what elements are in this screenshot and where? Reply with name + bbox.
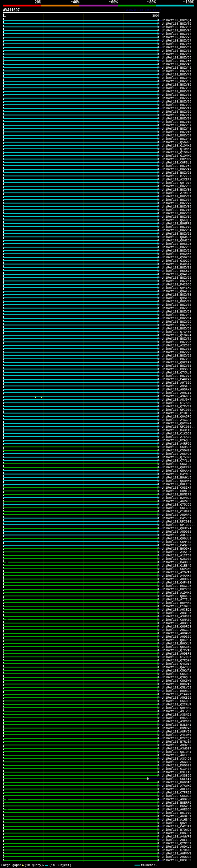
svg-text:UniRef100_B7ZZR2: UniRef100_B7ZZR2 — [162, 175, 192, 178]
svg-text:UniRef100_B0D8U8: UniRef100_B0D8U8 — [162, 689, 192, 693]
svg-text:UniRef100_B8ZV58: UniRef100_B8ZV58 — [162, 134, 192, 137]
svg-text:UniRef100_B8ZV85: UniRef100_B8ZV85 — [162, 364, 192, 368]
svg-text:UniRef100_B9WKL5: UniRef100_B9WKL5 — [162, 476, 192, 479]
svg-text:UniRef100_C7YLL8: UniRef100_C7YLL8 — [162, 459, 192, 463]
svg-text:UniRef100_A5DD88: UniRef100_A5DD88 — [162, 530, 192, 534]
svg-text:UniRef100_C0P3L1: UniRef100_C0P3L1 — [162, 161, 192, 164]
svg-text:UniRef100_Q9SLZ0: UniRef100_Q9SLZ0 — [162, 297, 192, 300]
svg-text:UniRef100_A1CT60: UniRef100_A1CT60 — [162, 554, 192, 557]
svg-text:UniRef100_Q8IDR1: UniRef100_Q8IDR1 — [162, 750, 192, 754]
svg-text:UniRef100_B8ZV65: UniRef100_B8ZV65 — [162, 276, 192, 280]
svg-text:UniRef100_B8ZV79: UniRef100_B8ZV79 — [162, 202, 192, 205]
svg-text:UniRef100_B6Q5H1: UniRef100_B6Q5H1 — [162, 547, 192, 551]
svg-text:UniRef100_B8ZV46: UniRef100_B8ZV46 — [162, 63, 192, 66]
svg-text:UniRef100_Q10NX2: UniRef100_Q10NX2 — [162, 144, 192, 148]
svg-text:UniRef100_B2AQU3: UniRef100_B2AQU3 — [162, 439, 192, 442]
svg-text:UniRef100_Q5KQS7: UniRef100_Q5KQS7 — [162, 219, 192, 222]
svg-text:UniRef100_Q56WR5: UniRef100_Q56WR5 — [162, 141, 192, 144]
svg-text:UniRef100_B8ZV48: UniRef100_B8ZV48 — [162, 127, 192, 130]
svg-text:UniRef100_D0CVI2: UniRef100_D0CVI2 — [162, 683, 192, 686]
svg-text:UniRef100_Q4XWY4: UniRef100_Q4XWY4 — [162, 662, 192, 666]
svg-text:UniRef100_B8ZV33: UniRef100_B8ZV33 — [162, 87, 192, 90]
svg-text:UniRef100_C5K5W5: UniRef100_C5K5W5 — [162, 679, 192, 683]
svg-text:UniRef100_A6DXV2: UniRef100_A6DXV2 — [162, 845, 192, 848]
svg-text:UniRef100_C1ZDR5: UniRef100_C1ZDR5 — [162, 655, 192, 659]
svg-text:UniRef100_B8ZV80: UniRef100_B8ZV80 — [162, 212, 192, 215]
svg-text:UniRef100_A3S896: UniRef100_A3S896 — [162, 774, 192, 777]
svg-text:UniRef100_B8ZV75: UniRef100_B8ZV75 — [162, 22, 192, 26]
svg-text:UniRef100_C5DH29: UniRef100_C5DH29 — [162, 449, 192, 452]
svg-text:UniRef100_A4WVP0: UniRef100_A4WVP0 — [162, 835, 192, 838]
svg-text:UniRef100_A3PGG3: UniRef100_A3PGG3 — [162, 720, 192, 723]
svg-text:UniRef100_A3SN51: UniRef100_A3SN51 — [162, 713, 192, 716]
svg-text:UniRef100_B8N2F2: UniRef100_B8N2F2 — [162, 493, 192, 496]
svg-text:UniRef100_Q109X4: UniRef100_Q109X4 — [162, 334, 192, 337]
svg-text:~80%: ~80% — [147, 0, 156, 5]
svg-text:UniRef100_UPI000..: UniRef100_UPI000.. — [162, 520, 195, 523]
svg-text:20%: 20% — [35, 0, 41, 5]
svg-text:UniRef100_C1UXL7: UniRef100_C1UXL7 — [162, 412, 192, 415]
svg-text:UniRef100_B8ZV66: UniRef100_B8ZV66 — [162, 42, 192, 46]
svg-text:UniRef100_A8J0N7: UniRef100_A8J0N7 — [162, 398, 192, 402]
svg-text:UniRef100_C5K9D2: UniRef100_C5K9D2 — [162, 673, 192, 676]
svg-text:UniRef100_D0D023: UniRef100_D0D023 — [162, 764, 192, 767]
svg-text:UniRef100_B8ZV39: UniRef100_B8ZV39 — [162, 205, 192, 209]
svg-text:UniRef100_Q9XFA2: UniRef100_Q9XFA2 — [162, 361, 192, 364]
svg-text:UniRef100_P10963: UniRef100_P10963 — [162, 605, 192, 608]
svg-text:UniRef100_B6KKL7: UniRef100_B6KKL7 — [162, 642, 192, 645]
svg-text:UniRef100_B8ZV53: UniRef100_B8ZV53 — [162, 310, 192, 313]
svg-text:UniRef100_A4RF66: UniRef100_A4RF66 — [162, 442, 192, 445]
svg-text:~60%: ~60% — [109, 0, 118, 5]
svg-text:UniRef100_B3L8H1: UniRef100_B3L8H1 — [162, 723, 192, 727]
svg-text:UniRef100_Q7XAU8: UniRef100_Q7XAU8 — [162, 371, 192, 374]
svg-text:UniRef100_Q94LX9: UniRef100_Q94LX9 — [162, 286, 192, 290]
svg-text:UniRef100_A2XEP1: UniRef100_A2XEP1 — [162, 178, 192, 181]
svg-text:UniRef100_B7RJZ4: UniRef100_B7RJZ4 — [162, 740, 192, 744]
svg-text:UniRef100_B8ZV43: UniRef100_B8ZV43 — [162, 313, 192, 317]
svg-text:UniRef100_Q10NX1: UniRef100_Q10NX1 — [162, 148, 192, 151]
svg-text:UniRef100_A4AMK4: UniRef100_A4AMK4 — [162, 574, 192, 578]
svg-text:UniRef100_A3AG67: UniRef100_A3AG67 — [162, 395, 192, 398]
svg-text:UniRef100_B9SSD1: UniRef100_B9SSD1 — [162, 368, 192, 371]
svg-text:UniRef100_B8ZV40: UniRef100_B8ZV40 — [162, 76, 192, 80]
svg-text:UniRef100_C4Y751: UniRef100_C4Y751 — [162, 517, 192, 520]
svg-text:UniRef100_B8ZV42: UniRef100_B8ZV42 — [162, 73, 192, 76]
svg-text:UniRef100_A2Z5S5: UniRef100_A2Z5S5 — [162, 344, 192, 347]
svg-text:UniRef100_B8ZV59: UniRef100_B8ZV59 — [162, 323, 192, 327]
svg-text:UniRef100_B8ZV28: UniRef100_B8ZV28 — [162, 171, 192, 175]
svg-text:UniRef100_B8ZV67: UniRef100_B8ZV67 — [162, 39, 192, 42]
svg-text:UniRef100_C0GJ81: UniRef100_C0GJ81 — [162, 832, 192, 835]
svg-text:UniRef100_Q8W505: UniRef100_Q8W505 — [162, 236, 192, 239]
svg-text:UniRef100_Q021E8: UniRef100_Q021E8 — [162, 822, 192, 825]
svg-text:UniRef100_B4D8J8: UniRef100_B4D8J8 — [162, 561, 192, 564]
svg-text:Large gaps:: Large gaps: — [1, 864, 22, 867]
svg-text:UniRef100_A0CGG4: UniRef100_A0CGG4 — [162, 628, 192, 632]
svg-text:UniRef100_B9GN56: UniRef100_B9GN56 — [162, 252, 192, 256]
svg-text:UniRef100_O43112: UniRef100_O43112 — [162, 429, 192, 432]
svg-text:UniRef100_A4CGA4: UniRef100_A4CGA4 — [162, 418, 192, 422]
svg-text:UniRef100_B8ZV84: UniRef100_B8ZV84 — [162, 198, 192, 202]
svg-text:UniRef100_A8PY90: UniRef100_A8PY90 — [162, 730, 192, 734]
svg-text:UniRef100_B8ZV54: UniRef100_B8ZV54 — [162, 229, 192, 232]
svg-text:UniRef100_A3TVF6: UniRef100_A3TVF6 — [162, 710, 192, 713]
svg-text:UniRef100_B8ERF6: UniRef100_B8ERF6 — [162, 801, 192, 805]
svg-text:UniRef100_B8ZV71: UniRef100_B8ZV71 — [162, 347, 192, 351]
svg-text:UniRef100_A9T3G9: UniRef100_A9T3G9 — [162, 381, 192, 384]
svg-text:UniRef100_C1HBR2: UniRef100_C1HBR2 — [162, 510, 192, 513]
svg-text:UniRef100_B8ZV45: UniRef100_B8ZV45 — [162, 66, 192, 70]
svg-text:UniRef100_B8ZV21: UniRef100_B8ZV21 — [162, 249, 192, 252]
svg-text:UniRef100_P49292: UniRef100_P49292 — [162, 378, 192, 381]
svg-text:UniRef100_A3LS00: UniRef100_A3LS00 — [162, 534, 192, 537]
svg-text:UniRef100_B8ZV52: UniRef100_B8ZV52 — [162, 164, 192, 168]
svg-text:UniRef100_A6SP95: UniRef100_A6SP95 — [162, 452, 192, 456]
svg-text:UniRef100_B8ZV24: UniRef100_B8ZV24 — [162, 117, 192, 120]
svg-text:UniRef100_Q10NX0: UniRef100_Q10NX0 — [162, 151, 192, 154]
svg-text:UniRef100_B8ZV37: UniRef100_B8ZV37 — [162, 80, 192, 83]
svg-text:UniRef100_A0DD97: UniRef100_A0DD97 — [162, 578, 192, 581]
svg-text:UniRef100_Q66R53: UniRef100_Q66R53 — [162, 625, 192, 628]
svg-text:UniRef100_C5M4S2: UniRef100_C5M4S2 — [162, 540, 192, 544]
svg-text:UniRef100_A0L4K2: UniRef100_A0L4K2 — [162, 787, 192, 791]
svg-text:UniRef100_Q7G466: UniRef100_Q7G466 — [162, 331, 192, 334]
svg-text:UniRef100_B8ZV73: UniRef100_B8ZV73 — [162, 36, 192, 39]
svg-text:UniRef100_B8ZV69: UniRef100_B8ZV69 — [162, 110, 192, 114]
